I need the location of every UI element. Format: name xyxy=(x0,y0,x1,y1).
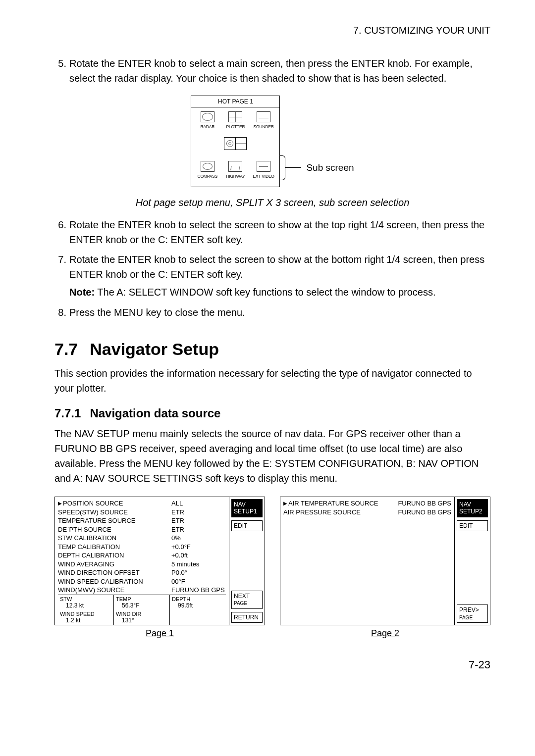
highway-icon xyxy=(228,161,242,172)
hotpage-plotter[interactable]: PLOTTER xyxy=(221,111,249,129)
hotpage-panel: HOT PAGE 1 RADAR PLOTTER SOUNDER xyxy=(191,96,280,187)
nav-setup-screen-1: POSITION SOURCEALLSPEED(STW) SOURCEETRTE… xyxy=(54,497,265,625)
step-text: Rotate the ENTER knob to select the scre… xyxy=(69,217,490,247)
hotpage-extvideo[interactable]: EXT VIDEO xyxy=(250,161,277,179)
status-stw-label: STW xyxy=(60,596,111,602)
softkey-next-page[interactable]: NEXTPAGE xyxy=(231,591,263,609)
step-text: Rotate the ENTER knob to select the scre… xyxy=(69,252,490,282)
nav-setup-row[interactable]: WIND AVERAGING5 minutes xyxy=(58,560,226,569)
step-6: 6. Rotate the ENTER knob to select the s… xyxy=(54,217,490,247)
step-number: 6. xyxy=(54,217,69,247)
status-windspeed-value: 1.2 kt xyxy=(60,617,111,624)
compass-icon xyxy=(201,161,214,172)
status-temp-value: 56.3°F xyxy=(116,602,167,609)
section-intro: This section provides the information ne… xyxy=(54,366,490,396)
sub-screen-connector xyxy=(279,103,301,180)
hotpage-subscreen-preview xyxy=(191,130,279,157)
step-number: 7. xyxy=(54,252,69,282)
subsection-body: The NAV SETUP menu mainly selects the so… xyxy=(54,426,490,486)
nav-screen1-caption: Page 1 xyxy=(54,628,265,639)
nav-setup1-softkeys: NAVSETUP1 EDIT NEXTPAGE RETURN xyxy=(229,497,265,625)
softkey-edit[interactable]: EDIT xyxy=(457,520,488,531)
sounder-icon xyxy=(257,111,270,122)
figure-caption-hotpage: Hot page setup menu, SPLIT X 3 screen, s… xyxy=(54,197,490,208)
subsection-number: 7.7.1 xyxy=(54,406,81,420)
radar-label: RADAR xyxy=(194,124,221,129)
nav-screen2-caption: Page 2 xyxy=(280,628,490,639)
section-heading: 7.7Navigator Setup xyxy=(54,340,490,359)
subsection-heading: 7.7.1Navigation data source xyxy=(54,406,490,420)
step-7: 7. Rotate the ENTER knob to select the s… xyxy=(54,252,490,282)
subsection-title: Navigation data source xyxy=(90,406,220,420)
step-text: Press the MENU key to close the menu. xyxy=(69,305,490,320)
hotpage-row-top: RADAR PLOTTER SOUNDER xyxy=(191,107,279,130)
plotter-icon xyxy=(228,111,242,122)
hotpage-title: HOT PAGE 1 xyxy=(191,96,279,107)
softkey-nav-setup2: NAVSETUP2 xyxy=(457,499,488,517)
extvideo-icon xyxy=(257,161,270,172)
softkey-return[interactable]: RETURN xyxy=(231,612,263,623)
nav-setup-row[interactable]: POSITION SOURCEALL xyxy=(58,499,226,508)
sub-screen-label: Sub screen xyxy=(306,162,354,173)
extvideo-label: EXT VIDEO xyxy=(250,174,277,179)
status-temp-label: TEMP xyxy=(116,596,167,602)
section-title: Navigator Setup xyxy=(90,340,219,358)
compass-label: COMPASS xyxy=(194,174,221,179)
softkey-prev-page[interactable]: PREV>PAGE xyxy=(457,605,488,623)
status-stw-value: 12.3 kt xyxy=(60,602,111,609)
note-text: The A: SELECT WINDOW soft key functions … xyxy=(95,287,435,298)
hotpage-figure: HOT PAGE 1 RADAR PLOTTER SOUNDER xyxy=(54,96,490,187)
nav-setup-row[interactable]: DE`PTH SOURCEETR xyxy=(58,525,226,534)
nav-setup-row[interactable]: AIR PRESSURE SOURCEFURUNO BB GPS xyxy=(283,508,451,517)
nav-setup1-main: POSITION SOURCEALLSPEED(STW) SOURCEETRTE… xyxy=(55,497,229,625)
nav-setup-row[interactable]: WIND DIRECTION OFFSETP0.0° xyxy=(58,568,226,577)
status-depth-label: DEPTH xyxy=(172,596,224,602)
nav-status-grid: STW12.3 kt TEMP56.3°F DEPTH99.5ft WIND S… xyxy=(58,595,226,625)
page-number: 7-23 xyxy=(54,658,490,671)
nav-setup-row[interactable]: DEPTH CALIBRATION+0.0ft xyxy=(58,551,226,560)
nav-setup-row[interactable]: WIND(MWV) SOURCEFURUNO BB GPS xyxy=(58,586,226,595)
hotpage-row-bottom: COMPASS HIGHWAY EXT VIDEO xyxy=(191,157,279,180)
hotpage-sounder[interactable]: SOUNDER xyxy=(250,111,277,129)
hotpage-compass[interactable]: COMPASS xyxy=(194,161,221,179)
hotpage-highway[interactable]: HIGHWAY xyxy=(221,161,249,179)
plotter-label: PLOTTER xyxy=(221,124,249,129)
page-header: 7. CUSTOMIZING YOUR UNIT xyxy=(54,25,490,36)
nav-setup-row[interactable]: SPEED(STW) SOURCEETR xyxy=(58,508,226,517)
status-windspeed-label: WIND SPEED xyxy=(60,611,111,617)
step-5: 5. Rotate the ENTER knob to select a mai… xyxy=(54,56,490,86)
note-bold: Note: xyxy=(69,287,95,298)
softkey-edit[interactable]: EDIT xyxy=(231,520,263,531)
status-depth-value: 99.5ft xyxy=(172,602,224,609)
nav-setup2-main: AIR TEMPERATURE SOURCEFURUNO BB GPSAIR P… xyxy=(280,497,454,625)
nav-setup-row[interactable]: TEMPERATURE SOURCEETR xyxy=(58,516,226,525)
radar-icon xyxy=(201,111,214,122)
hotpage-radar[interactable]: RADAR xyxy=(194,111,221,129)
sounder-label: SOUNDER xyxy=(250,124,277,129)
section-number: 7.7 xyxy=(54,340,78,358)
nav-setup2-softkeys: NAVSETUP2 EDIT PREV>PAGE xyxy=(454,497,490,625)
status-winddir-label: WIND DIR xyxy=(116,611,167,617)
subscreen-icon[interactable] xyxy=(224,137,247,150)
nav-setup-row[interactable]: AIR TEMPERATURE SOURCEFURUNO BB GPS xyxy=(283,499,451,508)
step-number: 8. xyxy=(54,305,69,320)
nav-setup-row[interactable]: WIND SPEED CALIBRATION00°F xyxy=(58,577,226,586)
step-text: Rotate the ENTER knob to select a main s… xyxy=(69,56,490,86)
highway-label: HIGHWAY xyxy=(221,174,249,179)
step-number: 5. xyxy=(54,56,69,86)
nav-setup-screen-2: AIR TEMPERATURE SOURCEFURUNO BB GPSAIR P… xyxy=(280,497,490,625)
status-winddir-value: 131° xyxy=(116,617,167,624)
softkey-nav-setup1: NAVSETUP1 xyxy=(231,499,263,517)
step-8: 8. Press the MENU key to close the menu. xyxy=(54,305,490,320)
nav-setup-row[interactable]: TEMP CALIBRATION+0.0°F xyxy=(58,543,226,552)
note: Note: The A: SELECT WINDOW soft key func… xyxy=(69,287,490,298)
nav-setup-row[interactable]: STW CALIBRATION0% xyxy=(58,534,226,543)
